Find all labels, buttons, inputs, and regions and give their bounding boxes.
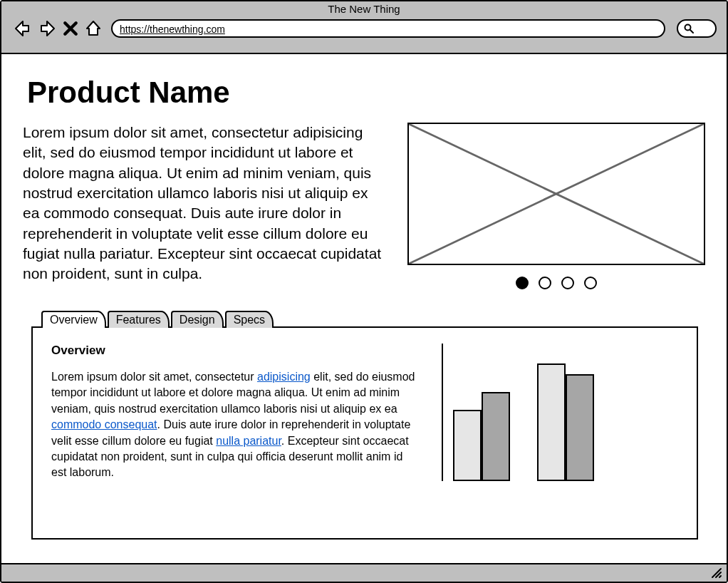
link-commodo-consequat[interactable]: commodo consequat: [51, 418, 157, 430]
bar-1-1: [566, 374, 594, 481]
carousel-dot-0[interactable]: [516, 277, 529, 289]
carousel-pager: [407, 277, 705, 289]
bar-group-0: [453, 392, 510, 481]
product-description: Lorem ipsum dolor sit amet, consectetur …: [23, 123, 386, 289]
tab-design[interactable]: Design: [171, 311, 224, 328]
tab-overview[interactable]: Overview: [41, 311, 106, 328]
product-carousel: [407, 123, 705, 289]
tab-specs[interactable]: Specs: [225, 311, 274, 328]
search-icon: [684, 24, 694, 33]
search-button[interactable]: [677, 19, 717, 38]
window-title: The New Thing: [1, 3, 727, 15]
bar-1-0: [537, 363, 566, 481]
bar-0-0: [453, 410, 482, 481]
link-adipisicing[interactable]: adipisicing: [257, 371, 311, 383]
tab-features[interactable]: Features: [108, 311, 170, 328]
browser-titlebar: The New Thing https://thenewthing.com: [1, 1, 727, 54]
stop-button[interactable]: [63, 19, 78, 38]
carousel-image-placeholder[interactable]: [407, 123, 705, 265]
back-button[interactable]: [11, 19, 33, 38]
carousel-dot-2[interactable]: [561, 277, 574, 289]
panel-heading: Overview: [51, 344, 420, 358]
carousel-dot-3[interactable]: [584, 277, 597, 289]
status-bar: [1, 563, 727, 582]
page-title: Product Name: [27, 76, 705, 110]
forward-button[interactable]: [37, 19, 58, 38]
url-input[interactable]: https://thenewthing.com: [111, 19, 665, 38]
panel-body: Lorem ipsum dolor sit amet, consectetur …: [51, 369, 420, 481]
bar-0-1: [482, 392, 510, 481]
tab-panel-overview: Overview Lorem ipsum dolor sit amet, con…: [31, 326, 698, 540]
link-nulla-pariatur[interactable]: nulla pariatur: [216, 435, 281, 447]
home-button[interactable]: [83, 19, 104, 38]
resize-grip-icon[interactable]: [711, 567, 722, 579]
carousel-dot-1[interactable]: [539, 277, 551, 289]
bar-group-1: [537, 363, 594, 481]
overview-chart: [442, 344, 678, 481]
